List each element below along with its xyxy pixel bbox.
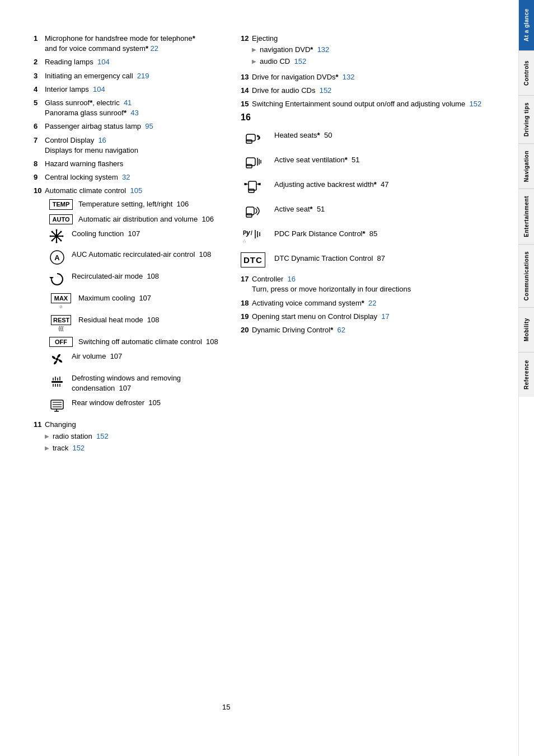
page-ref: 108 (147, 272, 159, 280)
page-ref: 87 (377, 254, 385, 262)
svg-point-15 (56, 358, 59, 361)
climate-text: Temperature setting, left/right 106 (78, 199, 224, 209)
sidebar-tab-communications[interactable]: Communications (519, 244, 534, 307)
icon-text: Adjusting active backrest width* 47 (274, 177, 507, 190)
svg-text:/: / (251, 230, 252, 236)
page-ref: 95 (145, 122, 153, 130)
sub-item: ▶ navigation DVD* 132 (252, 45, 507, 55)
page-ref: 152 (470, 100, 482, 108)
page-ref: 152 (72, 444, 85, 452)
item-content: Drive for navigation DVDs* 132 (252, 72, 507, 82)
climate-text: Switching off automatic climate control … (78, 337, 224, 347)
sub-item-text: track 152 (53, 443, 85, 453)
item-content: Glass sunroof*, electric 41 Panorama gla… (45, 98, 224, 118)
auc-icon: A (49, 250, 66, 267)
list-item-15: 15 Switching Entertainment sound output … (241, 99, 507, 109)
sidebar-tab-reference[interactable]: Reference (519, 352, 534, 397)
climate-item-max: MAX ○ Maximum cooling 107 (49, 293, 224, 311)
climate-text: Air volume 107 (72, 351, 224, 361)
climate-text: Automatic air distribution and volume 10… (78, 214, 224, 224)
page-ref: 104 (97, 58, 110, 66)
page-ref: 41 (124, 98, 132, 107)
item-number-16: 16 (241, 112, 256, 123)
max-label: MAX ○ (49, 293, 73, 311)
sidebar-tab-entertainment[interactable]: Entertainment (519, 189, 534, 244)
svg-rect-39 (249, 189, 254, 192)
sub-item: ▶ audio CD 152 (252, 57, 507, 67)
page-ref: 107 (139, 294, 151, 302)
svg-marker-14 (49, 277, 54, 279)
item-content: Microphone for handsfree mode for teleph… (45, 34, 224, 54)
list-item: 6 Passenger airbag status lamp 95 (34, 121, 224, 132)
list-item: 8 Hazard warning flashers (34, 159, 224, 169)
item-text: Microphone for handsfree mode for teleph… (45, 34, 195, 43)
list-item-14: 14 Drive for audio CDs 152 (241, 86, 507, 96)
item-number: 14 (241, 86, 252, 96)
item-number: 2 (34, 57, 45, 67)
defrost-icon (49, 373, 66, 391)
off-label: OFF (49, 337, 73, 347)
svg-point-6 (50, 236, 51, 237)
item-content: Changing ▶ radio station 152 ▶ track 152 (45, 420, 224, 455)
climate-text: AUC Automatic recirculated-air control 1… (72, 250, 224, 260)
left-column: 1 Microphone for handsfree mode for tele… (34, 34, 224, 734)
sidebar-tab-mobility[interactable]: Mobility (519, 307, 534, 352)
page-container: 1 Microphone for handsfree mode for tele… (0, 0, 534, 756)
icon-items: Heated seats* 50 (241, 128, 507, 267)
svg-point-11 (51, 240, 53, 242)
sidebar-tab-navigation[interactable]: Navigation (519, 143, 534, 189)
item-number: 7 (34, 135, 45, 156)
snowflake-icon (49, 229, 66, 245)
sidebar-tab-driving-tips[interactable]: Driving tips (519, 95, 534, 143)
svg-point-7 (62, 236, 64, 237)
climate-item-recirc: Recirculated-air mode 108 (49, 271, 224, 289)
list-item: 4 Interior lamps 104 (34, 84, 224, 95)
icon-text: PDC Park Distance Control* 85 (274, 227, 507, 239)
page-ref: 16 (98, 136, 106, 144)
sidebar-tab-controls[interactable]: Controls (519, 50, 534, 95)
page-ref: 16 (288, 275, 296, 283)
heated-seats-item: Heated seats* 50 (241, 128, 507, 146)
list-item-11: 11 Changing ▶ radio station 152 ▶ track … (34, 420, 224, 455)
page-ref: 62 (337, 326, 345, 334)
page-ref: 50 (324, 131, 332, 139)
page-ref: 152 (96, 432, 109, 440)
page-ref: 51 (317, 205, 325, 213)
page-ref: 152 (294, 57, 306, 65)
item-number: 15 (241, 99, 252, 109)
dtc-item: DTC DTC Dynamic Traction Control 87 (241, 251, 507, 267)
item-content: Reading lamps 104 (45, 57, 224, 67)
sub-items: ▶ radio station 152 ▶ track 152 (45, 431, 224, 453)
svg-point-10 (60, 231, 62, 233)
climate-item-rest: REST {{{ Residual heat mode 108 (49, 315, 224, 332)
climate-items: TEMP Temperature setting, left/right 106… (49, 199, 224, 415)
triangle-icon: ▶ (45, 433, 49, 440)
dtc-icon: DTC (241, 251, 268, 267)
recirculate-icon (49, 271, 66, 289)
item-number: 3 (34, 71, 45, 81)
list-item: 10 Automatic climate control 105 (34, 186, 224, 196)
sub-item-text: audio CD 152 (260, 57, 306, 67)
list-item-18: 18 Activating voice command system* 22 (241, 298, 507, 308)
page-ref: 132 (317, 45, 330, 54)
page-number: 15 (222, 703, 230, 711)
right-column: 12 Ejecting ▶ navigation DVD* 132 ▶ audi… (241, 34, 507, 734)
icon-text: Heated seats* 50 (274, 128, 507, 140)
page-footer: 15 (222, 703, 230, 711)
sidebar-tab-at-a-glance[interactable]: At a glance (519, 0, 534, 50)
temp-label: TEMP (49, 199, 73, 209)
active-seat-item: Active seat* 51 (241, 202, 507, 220)
item-number: 18 (241, 298, 252, 308)
svg-rect-16 (51, 381, 63, 383)
page-ref: 108 (147, 316, 160, 324)
list-item-13: 13 Drive for navigation DVDs* 132 (241, 72, 507, 82)
item-content: Hazard warning flashers (45, 159, 224, 169)
backrest-item: Adjusting active backrest width* 47 (241, 177, 507, 195)
page-ref: 105 (148, 398, 161, 407)
page-ref: 104 (93, 85, 105, 93)
page-ref: 22 (368, 299, 376, 307)
svg-text:y: y (246, 229, 251, 237)
climate-item-auto: AUTO Automatic air distribution and volu… (49, 214, 224, 224)
page-ref: 17 (381, 312, 389, 321)
main-content: 1 Microphone for handsfree mode for tele… (0, 0, 518, 756)
